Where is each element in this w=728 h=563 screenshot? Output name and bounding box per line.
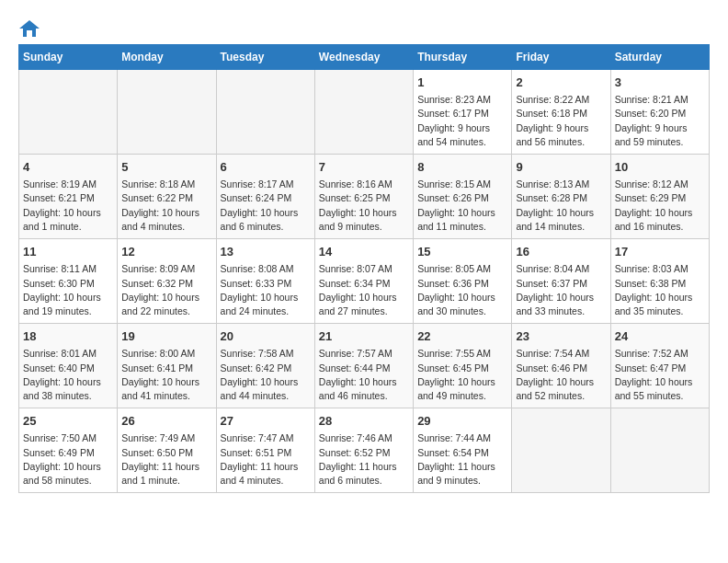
calendar-cell: 16Sunrise: 8:04 AMSunset: 6:37 PMDayligh… <box>512 239 610 324</box>
day-info-text: Sunset: 6:26 PM <box>417 191 507 205</box>
day-info-text: Sunrise: 8:23 AM <box>417 93 507 107</box>
day-info-text: Sunset: 6:18 PM <box>516 107 606 121</box>
column-header-wednesday: Wednesday <box>314 45 413 70</box>
day-info-text: Sunrise: 8:22 AM <box>516 93 606 107</box>
day-info-text: Sunrise: 8:18 AM <box>121 178 211 191</box>
day-info-text: Sunrise: 7:44 AM <box>417 431 507 445</box>
calendar-cell <box>314 70 413 155</box>
calendar-cell: 29Sunrise: 7:44 AMSunset: 6:54 PMDayligh… <box>414 408 512 493</box>
calendar-cell: 2Sunrise: 8:22 AMSunset: 6:18 PMDaylight… <box>512 70 610 155</box>
day-info-text: Sunset: 6:50 PM <box>121 446 211 460</box>
day-info-text: Sunrise: 8:04 AM <box>516 262 606 276</box>
day-info-text: Sunrise: 7:58 AM <box>221 347 311 361</box>
day-info-text: Daylight: 11 hours and 6 minutes. <box>319 460 409 488</box>
day-info-text: Sunrise: 7:52 AM <box>615 347 705 361</box>
day-info-text: Sunrise: 7:47 AM <box>221 431 311 445</box>
day-info-text: Daylight: 10 hours and 33 minutes. <box>516 291 606 318</box>
day-info-text: Sunrise: 8:13 AM <box>516 178 606 191</box>
day-number: 9 <box>516 159 606 176</box>
calendar-cell: 4Sunrise: 8:19 AMSunset: 6:21 PMDaylight… <box>19 155 118 239</box>
day-info-text: Sunrise: 8:03 AM <box>615 262 705 276</box>
day-number: 2 <box>516 75 606 91</box>
calendar-cell <box>610 408 709 493</box>
day-info-text: Daylight: 10 hours and 38 minutes. <box>23 375 113 403</box>
calendar-cell <box>216 70 314 155</box>
day-number: 21 <box>319 328 409 345</box>
day-info-text: Sunset: 6:41 PM <box>121 362 211 375</box>
day-info-text: Daylight: 10 hours and 55 minutes. <box>615 375 705 403</box>
day-info-text: Daylight: 10 hours and 6 minutes. <box>221 206 311 234</box>
calendar-cell <box>19 70 118 155</box>
day-info-text: Sunset: 6:38 PM <box>615 277 705 291</box>
logo <box>18 18 40 35</box>
day-info-text: Sunset: 6:47 PM <box>615 362 705 375</box>
day-info-text: Daylight: 10 hours and 44 minutes. <box>221 375 311 403</box>
day-info-text: Sunrise: 8:09 AM <box>121 262 211 276</box>
day-info-text: Sunrise: 7:46 AM <box>319 431 409 445</box>
day-number: 11 <box>23 244 113 260</box>
day-info-text: Sunset: 6:30 PM <box>23 277 113 291</box>
day-info-text: Sunset: 6:42 PM <box>221 362 311 375</box>
calendar-cell: 13Sunrise: 8:08 AMSunset: 6:33 PMDayligh… <box>216 239 314 324</box>
calendar-cell: 12Sunrise: 8:09 AMSunset: 6:32 PMDayligh… <box>118 239 216 324</box>
calendar-week-row: 18Sunrise: 8:01 AMSunset: 6:40 PMDayligh… <box>19 324 710 408</box>
day-info-text: Daylight: 10 hours and 24 minutes. <box>221 291 311 318</box>
calendar-cell: 6Sunrise: 8:17 AMSunset: 6:24 PMDaylight… <box>216 155 314 239</box>
calendar-cell: 9Sunrise: 8:13 AMSunset: 6:28 PMDaylight… <box>512 155 610 239</box>
day-info-text: Sunrise: 8:00 AM <box>121 347 211 361</box>
calendar-cell <box>118 70 216 155</box>
calendar-table: SundayMondayTuesdayWednesdayThursdayFrid… <box>18 44 710 493</box>
day-info-text: Daylight: 10 hours and 9 minutes. <box>319 206 409 234</box>
day-info-text: Daylight: 9 hours and 59 minutes. <box>615 121 705 149</box>
day-info-text: Daylight: 10 hours and 1 minute. <box>23 206 113 234</box>
day-info-text: Sunset: 6:45 PM <box>417 362 507 375</box>
day-info-text: Daylight: 10 hours and 49 minutes. <box>417 375 507 403</box>
day-info-text: Daylight: 10 hours and 16 minutes. <box>615 206 705 234</box>
calendar-cell: 23Sunrise: 7:54 AMSunset: 6:46 PMDayligh… <box>512 324 610 408</box>
day-number: 1 <box>417 75 507 91</box>
day-info-text: Sunrise: 7:57 AM <box>319 347 409 361</box>
day-info-text: Daylight: 10 hours and 35 minutes. <box>615 291 705 318</box>
day-info-text: Sunrise: 8:08 AM <box>221 262 311 276</box>
day-info-text: Sunset: 6:46 PM <box>516 362 606 375</box>
day-info-text: Daylight: 10 hours and 58 minutes. <box>23 460 113 488</box>
day-number: 23 <box>516 328 606 345</box>
day-number: 15 <box>417 244 507 260</box>
day-info-text: Daylight: 11 hours and 4 minutes. <box>221 460 311 488</box>
day-number: 19 <box>121 328 211 345</box>
column-header-saturday: Saturday <box>610 45 709 70</box>
day-number: 5 <box>121 159 211 176</box>
calendar-cell: 7Sunrise: 8:16 AMSunset: 6:25 PMDaylight… <box>314 155 413 239</box>
day-info-text: Daylight: 10 hours and 46 minutes. <box>319 375 409 403</box>
day-info-text: Daylight: 11 hours and 9 minutes. <box>417 460 507 488</box>
day-info-text: Sunset: 6:20 PM <box>615 107 705 121</box>
day-info-text: Sunset: 6:24 PM <box>221 191 311 205</box>
day-number: 4 <box>23 159 113 176</box>
day-info-text: Daylight: 9 hours and 56 minutes. <box>516 121 606 149</box>
day-number: 28 <box>319 413 409 430</box>
calendar-week-row: 25Sunrise: 7:50 AMSunset: 6:49 PMDayligh… <box>19 408 710 493</box>
day-info-text: Daylight: 10 hours and 14 minutes. <box>516 206 606 234</box>
calendar-cell: 3Sunrise: 8:21 AMSunset: 6:20 PMDaylight… <box>610 70 709 155</box>
day-number: 12 <box>121 244 211 260</box>
day-number: 27 <box>221 413 311 430</box>
day-info-text: Sunrise: 7:50 AM <box>23 431 113 445</box>
calendar-cell: 20Sunrise: 7:58 AMSunset: 6:42 PMDayligh… <box>216 324 314 408</box>
day-number: 3 <box>615 75 705 91</box>
day-number: 18 <box>23 328 113 345</box>
day-info-text: Daylight: 10 hours and 30 minutes. <box>417 291 507 318</box>
day-info-text: Sunrise: 7:54 AM <box>516 347 606 361</box>
calendar-cell: 1Sunrise: 8:23 AMSunset: 6:17 PMDaylight… <box>414 70 512 155</box>
svg-marker-0 <box>19 20 40 37</box>
column-header-thursday: Thursday <box>414 45 512 70</box>
calendar-week-row: 1Sunrise: 8:23 AMSunset: 6:17 PMDaylight… <box>19 70 710 155</box>
calendar-week-row: 4Sunrise: 8:19 AMSunset: 6:21 PMDaylight… <box>19 155 710 239</box>
day-info-text: Sunrise: 8:16 AM <box>319 178 409 191</box>
day-info-text: Daylight: 10 hours and 19 minutes. <box>23 291 113 318</box>
column-header-friday: Friday <box>512 45 610 70</box>
calendar-cell: 22Sunrise: 7:55 AMSunset: 6:45 PMDayligh… <box>414 324 512 408</box>
column-header-tuesday: Tuesday <box>216 45 314 70</box>
day-info-text: Daylight: 10 hours and 52 minutes. <box>516 375 606 403</box>
calendar-header-row: SundayMondayTuesdayWednesdayThursdayFrid… <box>19 45 710 70</box>
column-header-sunday: Sunday <box>19 45 118 70</box>
